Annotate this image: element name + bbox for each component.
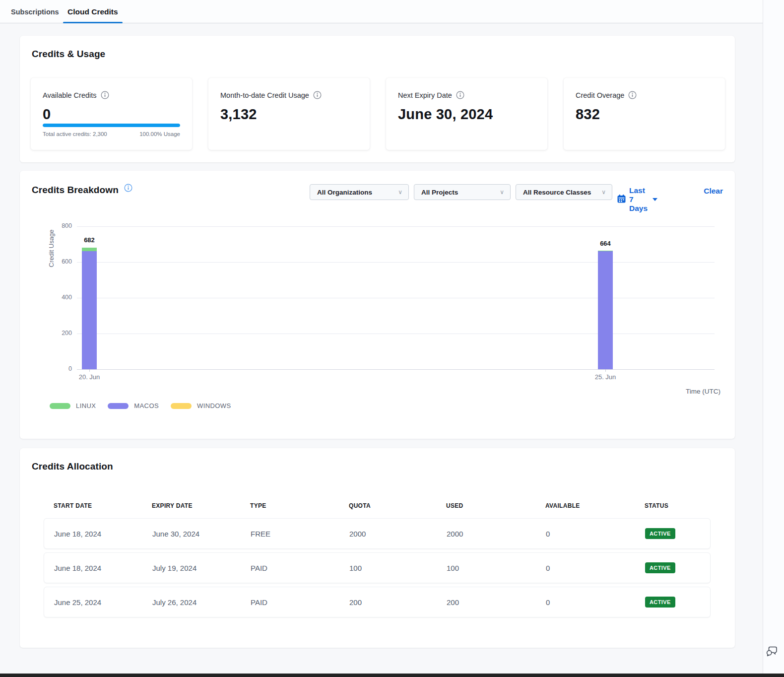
- chart-x-tick-label: 25. Jun: [588, 373, 623, 381]
- chart-y-tick-label: 200: [50, 330, 72, 337]
- usage-card-value: June 30, 2024: [398, 106, 535, 123]
- cell-available: 0: [546, 598, 645, 607]
- allocation-column-header: USED: [446, 502, 545, 509]
- active-tab-underline: [63, 22, 123, 23]
- projects-select[interactable]: All Projects ∨: [414, 184, 511, 200]
- usage-card-label: Credit Overage: [576, 91, 624, 99]
- cell-type: PAID: [251, 598, 349, 607]
- cell-type: PAID: [251, 564, 349, 572]
- chevron-down-icon: ∨: [398, 189, 402, 196]
- info-icon[interactable]: [628, 91, 637, 99]
- cell-status: ACTIVE: [645, 528, 710, 539]
- chart-x-axis-title: Time (UTC): [615, 388, 720, 395]
- usage-card: Month-to-date Credit Usage3,132: [208, 78, 370, 150]
- chart-gridline: [77, 262, 715, 263]
- legend-item-macos[interactable]: MACOS: [108, 402, 159, 409]
- table-row: June 25, 2024July 26, 2024PAID2002000ACT…: [44, 587, 711, 617]
- credits-usage-title: Credits & Usage: [32, 49, 105, 60]
- cell-expiry-date: July 19, 2024: [152, 564, 251, 572]
- cell-quota: 2000: [349, 530, 447, 538]
- chart-bar-value-label: 682: [74, 236, 104, 244]
- feedback-chat-icon[interactable]: [766, 645, 779, 659]
- legend-item-windows[interactable]: WINDOWS: [171, 402, 231, 409]
- cell-start-date: June 25, 2024: [54, 598, 152, 607]
- cell-quota: 100: [349, 564, 447, 572]
- legend-swatch: [171, 403, 192, 409]
- info-icon[interactable]: [456, 91, 464, 99]
- resource-classes-select[interactable]: All Resource Classes ∨: [516, 184, 612, 200]
- cell-status: ACTIVE: [645, 562, 710, 573]
- usage-percent: 100.00% Usage: [139, 131, 180, 137]
- credits-progress-bar: [43, 124, 180, 127]
- chart-gridline: [77, 226, 715, 227]
- legend-swatch: [50, 403, 70, 409]
- usage-card: Next Expiry DateJune 30, 2024: [386, 78, 547, 150]
- credits-progress-fill: [43, 124, 180, 127]
- chart-x-tick-label: 20. Jun: [72, 373, 107, 381]
- allocation-table-body: June 18, 2024June 30, 2024FREE200020000A…: [44, 518, 711, 617]
- usage-card-value: 3,132: [220, 106, 358, 123]
- info-icon[interactable]: [313, 91, 322, 99]
- chart-bar-value-label: 664: [590, 240, 620, 247]
- usage-card-value: 832: [576, 106, 713, 123]
- chart-gridline: [77, 334, 715, 334]
- chart-x-tick-mark: [605, 369, 606, 372]
- usage-card-label: Next Expiry Date: [398, 91, 452, 99]
- usage-card-label: Month-to-date Credit Usage: [220, 91, 309, 99]
- allocation-column-header: AVAILABLE: [545, 502, 645, 509]
- info-icon[interactable]: [101, 91, 109, 99]
- cell-available: 0: [546, 530, 645, 538]
- credits-breakdown-panel: Credits Breakdown All Organizations ∨ Al…: [20, 171, 735, 439]
- date-range-label: Last 7 Days: [629, 186, 648, 213]
- usage-card-footer: Total active credits: 2,300100.00% Usage: [43, 131, 180, 137]
- chart-bar-segment-linux: [82, 248, 97, 251]
- allocation-table-header: START DATEEXPIRY DATETYPEQUOTAUSEDAVAILA…: [54, 502, 711, 509]
- clear-filters-button[interactable]: Clear: [695, 187, 723, 196]
- tab-cloud-credits[interactable]: Cloud Credits: [67, 0, 118, 23]
- usage-card-label-row: Credit Overage: [576, 91, 713, 99]
- usage-cards-row: Available Credits0Total active credits: …: [31, 78, 725, 150]
- status-badge: ACTIVE: [645, 528, 675, 539]
- credits-allocation-panel: Credits Allocation START DATEEXPIRY DATE…: [20, 448, 735, 648]
- total-active-credits: Total active credits: 2,300: [43, 131, 107, 137]
- chart-bar: [598, 251, 613, 369]
- table-row: June 18, 2024June 30, 2024FREE200020000A…: [44, 518, 711, 549]
- tab-subscriptions[interactable]: Subscriptions: [11, 0, 59, 23]
- chart-y-tick-label: 0: [50, 365, 72, 372]
- cell-expiry-date: July 26, 2024: [152, 598, 251, 607]
- right-gutter-divider: [763, 0, 763, 674]
- usage-card: Available Credits0Total active credits: …: [31, 78, 192, 150]
- cell-quota: 200: [349, 598, 447, 607]
- info-icon[interactable]: [124, 184, 132, 192]
- chevron-down-icon: ∨: [500, 189, 504, 196]
- allocation-column-header: TYPE: [250, 502, 349, 509]
- chevron-down-icon: ∨: [601, 189, 606, 196]
- organizations-select[interactable]: All Organizations ∨: [310, 184, 409, 200]
- usage-card-label: Available Credits: [43, 91, 97, 99]
- cell-used: 2000: [447, 530, 546, 538]
- date-range-picker[interactable]: Last 7 Days: [617, 186, 657, 213]
- usage-card-label-row: Month-to-date Credit Usage: [220, 91, 358, 99]
- credit-usage-chart: 020040060080068220. Jun66425. Jun: [77, 226, 715, 369]
- status-badge: ACTIVE: [645, 562, 675, 573]
- chart-gridline: [77, 369, 715, 370]
- cell-used: 200: [447, 598, 546, 607]
- cell-type: FREE: [251, 530, 349, 538]
- legend-label: WINDOWS: [197, 402, 231, 409]
- legend-item-linux[interactable]: LINUX: [50, 402, 96, 409]
- usage-card-value: 0: [43, 106, 180, 123]
- resource-classes-select-value: All Resource Classes: [523, 189, 591, 196]
- chart-legend: LINUXMACOSWINDOWS: [50, 402, 231, 409]
- cell-available: 0: [546, 564, 645, 572]
- allocation-column-header: EXPIRY DATE: [152, 502, 250, 509]
- usage-card: Credit Overage832: [564, 78, 725, 150]
- chart-x-tick-mark: [89, 369, 90, 372]
- right-gutter: [763, 0, 784, 674]
- organizations-select-value: All Organizations: [317, 189, 372, 196]
- chart-bar-segment-macos: [82, 251, 97, 369]
- status-badge: ACTIVE: [645, 597, 675, 608]
- credits-usage-panel: Credits & Usage Available Credits0Total …: [20, 36, 735, 162]
- legend-swatch: [108, 403, 129, 409]
- usage-card-label-row: Available Credits: [43, 91, 180, 99]
- allocation-column-header: QUOTA: [349, 502, 446, 509]
